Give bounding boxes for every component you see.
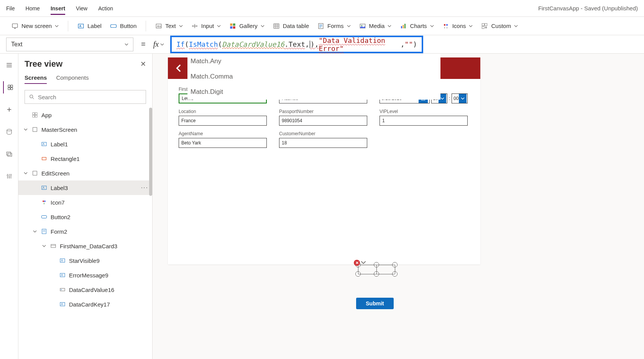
tree-item-label: Icon7	[51, 199, 65, 206]
chevron-icon[interactable]	[32, 185, 38, 191]
data-table-label: Data table	[283, 23, 309, 29]
dd-min[interactable]: 00	[452, 93, 468, 103]
data-table-button[interactable]: Data table	[270, 20, 312, 32]
search-icon	[29, 94, 35, 100]
tree-item-form2[interactable]: Form2	[18, 224, 152, 239]
tree-item-label: ErrorMessage9	[69, 272, 108, 279]
submit-button[interactable]: Submit	[356, 298, 394, 309]
tree-item-masterscreen[interactable]: MasterScreen	[18, 122, 152, 137]
new-screen-button[interactable]: New screen	[8, 20, 62, 32]
rail-insert[interactable]	[3, 103, 15, 116]
chevron-icon[interactable]	[23, 171, 28, 175]
rail-hamburger[interactable]	[3, 59, 15, 71]
svg-point-40	[43, 200, 44, 202]
tree-item-icon7[interactable]: Icon7	[18, 195, 152, 210]
tree-item-datacardkey17[interactable]: DataCardKey17	[18, 297, 152, 311]
rail-media[interactable]	[3, 148, 15, 160]
tree-item-starvisible9[interactable]: StarVisible9	[18, 253, 152, 268]
media-dropdown[interactable]: Media	[356, 20, 395, 32]
input-vip[interactable]	[380, 116, 468, 126]
svg-rect-11	[233, 26, 235, 28]
chevron-icon[interactable]	[51, 272, 56, 278]
input-custnum[interactable]	[279, 138, 367, 148]
close-icon[interactable]: ✕	[140, 60, 146, 68]
button-button[interactable]: Button	[107, 20, 140, 32]
back-icon[interactable]	[174, 63, 184, 73]
charts-label: Charts	[410, 23, 427, 29]
custom-dropdown[interactable]: Custom	[478, 20, 521, 32]
label-button[interactable]: Label	[74, 20, 105, 32]
tree-item-button2[interactable]: Button2	[18, 210, 152, 224]
menu-file[interactable]: File	[6, 2, 15, 15]
chevron-icon[interactable]	[32, 229, 38, 233]
scrollbar[interactable]	[149, 108, 152, 196]
menubar-tabs: File Home Insert View Action	[6, 2, 113, 15]
selection-handles[interactable]: ✕	[355, 260, 398, 278]
tree-item-label: EditScreen	[41, 170, 69, 177]
tree-item-label: FirstName_DataCard3	[60, 243, 117, 249]
svg-rect-38	[33, 171, 37, 175]
ribbon: New screen Label Button Abc Text Input G…	[0, 17, 644, 35]
chevron-icon[interactable]	[51, 287, 56, 293]
tree-item-editscreen[interactable]: EditScreen	[18, 166, 152, 180]
chevron-icon[interactable]	[51, 301, 56, 307]
tree-item-label1[interactable]: Label1	[18, 137, 152, 151]
input-agent[interactable]	[179, 138, 267, 148]
formula-editor[interactable]: If(IsMatch(DataCardValue16.Text, ), "Dat…	[170, 36, 423, 53]
tree-item-datacardvalue16[interactable]: DataCardValue16	[18, 282, 152, 297]
input-location[interactable]	[179, 116, 267, 126]
chevron-icon[interactable]	[32, 214, 38, 220]
charts-dropdown[interactable]: Charts	[397, 20, 437, 32]
tab-screens[interactable]: Screens	[25, 72, 47, 84]
more-icon[interactable]: ···	[141, 184, 148, 191]
time-colon: :	[449, 96, 450, 101]
tree-item-label: Label3	[51, 185, 68, 191]
tree-item-app[interactable]: App	[18, 108, 152, 122]
textinput-icon	[59, 286, 66, 293]
rail-treeview[interactable]	[3, 81, 15, 93]
chevron-icon[interactable]	[41, 244, 47, 248]
text-dropdown[interactable]: Abc Text	[152, 20, 186, 32]
tree-item-errormessage9[interactable]: ErrorMessage9	[18, 268, 152, 282]
chevron-icon[interactable]	[32, 199, 38, 205]
tree-item-label: Button2	[51, 214, 71, 220]
menu-home[interactable]: Home	[26, 2, 40, 15]
menu-insert[interactable]: Insert	[51, 2, 65, 15]
tab-components[interactable]: Components	[56, 72, 89, 84]
forms-dropdown[interactable]: Forms	[314, 20, 354, 32]
field-custnum: CustomerNumber	[279, 131, 367, 148]
tree-item-label3[interactable]: Label3···	[18, 180, 152, 195]
custom-label: Custom	[491, 23, 511, 29]
tok-ismatch: IsMatch	[189, 40, 218, 48]
input-passport[interactable]	[279, 116, 367, 126]
tree-search[interactable]	[25, 90, 146, 104]
tree-item-rectangle1[interactable]: Rectangle1	[18, 151, 152, 166]
rail-data[interactable]	[3, 126, 15, 138]
property-dropdown[interactable]: Text	[6, 38, 133, 51]
chevron-icon[interactable]	[23, 112, 28, 118]
fx-indicator[interactable]: fx	[153, 40, 164, 49]
ac-item-match-any[interactable]: Match.Any	[187, 54, 440, 69]
chevron-icon[interactable]	[51, 257, 56, 264]
rail-advanced[interactable]	[3, 170, 15, 182]
tree-item-firstname_datacard3[interactable]: FirstName_DataCard3	[18, 239, 152, 253]
ac-item-match-digit[interactable]: Match.Digit	[187, 84, 440, 100]
tree-list[interactable]: AppMasterScreen Label1 Rectangle1EditScr…	[18, 108, 152, 359]
tree-item-label: Label1	[51, 141, 68, 148]
screen-icon	[12, 23, 18, 30]
tok-prop: .Text	[284, 40, 305, 48]
menu-view[interactable]: View	[76, 2, 87, 15]
menu-action[interactable]: Action	[98, 2, 113, 15]
chevron-icon[interactable]	[23, 128, 28, 131]
chevron-icon[interactable]	[32, 156, 38, 162]
icons-dropdown[interactable]: Icons	[439, 20, 476, 32]
chevron-icon[interactable]	[32, 141, 38, 147]
ac-item-match-comma[interactable]: Match.Comma	[187, 69, 440, 84]
input-dropdown[interactable]: Input	[188, 20, 224, 32]
svg-rect-22	[485, 23, 487, 26]
error-badge-icon[interactable]: ✕	[354, 260, 360, 266]
gallery-dropdown[interactable]: Gallery	[226, 20, 268, 32]
svg-rect-9	[233, 23, 235, 26]
svg-rect-21	[482, 23, 485, 26]
search-input[interactable]	[38, 94, 142, 100]
